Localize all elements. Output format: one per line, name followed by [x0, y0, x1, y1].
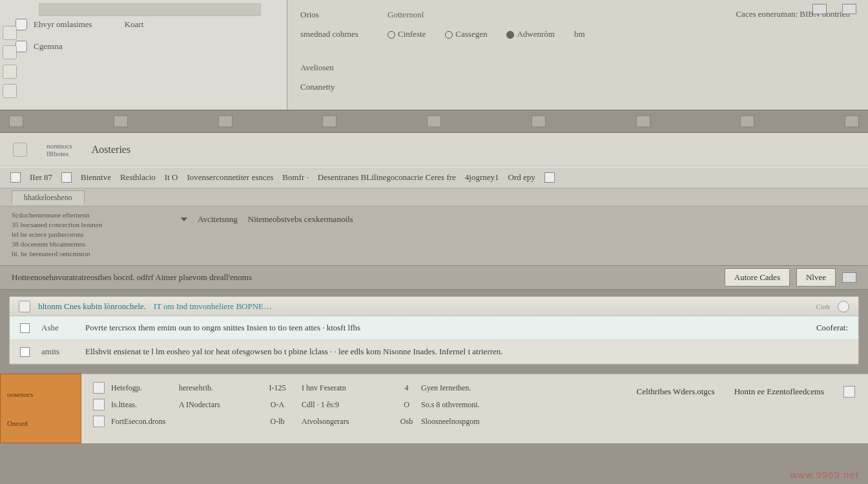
filter-item[interactable]: Ord epy	[508, 172, 535, 183]
results-right-small: Cinh	[816, 303, 830, 310]
checkbox[interactable]	[20, 347, 30, 357]
tree-item-label2: Koart	[125, 19, 144, 30]
row-tag: amits	[41, 347, 74, 357]
filter-item[interactable]: 4jogrney1	[465, 172, 499, 183]
form-value: Gotternonl	[388, 10, 424, 20]
tab-icon[interactable]	[322, 116, 336, 127]
tab-icon[interactable]	[427, 116, 441, 127]
meta-row: Is.ltteas. A INodectars O-A Cdll · 1 ês:…	[93, 396, 868, 413]
tree-item-label: Ehvyr omlasimes	[34, 19, 92, 30]
rail-icon[interactable]	[3, 65, 17, 79]
radio-option[interactable]: Adwenròm	[506, 29, 555, 39]
radio-option[interactable]: Cinfeste	[388, 29, 426, 39]
tab-icon[interactable]	[740, 116, 754, 127]
meta-icon[interactable]	[93, 416, 105, 427]
radio-option[interactable]: bm	[574, 29, 585, 39]
result-row[interactable]: Ashe Povrte tercrsox them emim oun to on…	[10, 316, 858, 340]
bottom-region: oosenocs Onrord Celthribes Wders.otgcs H…	[0, 374, 868, 443]
filter-item[interactable]: Desentranes BLilinegoconacrie Ceres fre	[318, 172, 456, 183]
dropdown-label: Avcitetsnng	[198, 214, 238, 225]
meta-right-text: Celthribes Wders.otgcs	[637, 387, 715, 397]
tree-row-1[interactable]: Ehvyr omlasimes Koart	[0, 16, 287, 33]
radio-option[interactable]: Cassegen	[445, 29, 487, 39]
circle-icon[interactable]	[838, 301, 849, 312]
checkbox-icon[interactable]	[13, 143, 27, 157]
sub-tab-bar: hhatkeloesheno	[0, 188, 868, 207]
rail-icon[interactable]	[3, 45, 17, 59]
filter-item[interactable]: Iovenserconnetiter esnces	[187, 172, 273, 183]
form-row-radios: smednad cohrnes Cinfeste Cassegen Adwenr…	[300, 25, 855, 44]
left-tree-panel: Ehvyr omlasimes Koart Cgensna	[0, 0, 287, 110]
filter-icon[interactable]	[61, 172, 72, 183]
list-item[interactable]: 35 bocsaned concection bounen	[12, 220, 856, 230]
tool-icon[interactable]	[842, 4, 856, 14]
filter-chip[interactable]: Bienntve	[81, 172, 111, 183]
tab-icon[interactable]	[636, 116, 650, 127]
action-button-1[interactable]: Autore Cades	[725, 268, 790, 287]
tab-icon[interactable]	[845, 116, 859, 127]
filter-item[interactable]: It O	[165, 172, 178, 183]
filter-chip[interactable]: IIer 87	[30, 172, 52, 183]
meta-icon[interactable]	[93, 382, 105, 394]
expand-icon[interactable]	[16, 41, 27, 52]
orange-label: oosenocs	[7, 390, 74, 398]
tab-icon[interactable]	[218, 116, 232, 127]
metadata-grid: Celthribes Wders.otgcs Hontn ee Ezentofl…	[81, 374, 868, 443]
tab-icon[interactable]	[532, 116, 546, 127]
filter-end-icon[interactable]	[544, 172, 555, 183]
side-list-panel: Scdochenteneane efternenn 35 bocsaned co…	[0, 207, 868, 265]
form-label: Aveliosen	[300, 63, 368, 73]
form-row: Conanetty	[300, 77, 855, 97]
tab-icon[interactable]	[114, 116, 128, 127]
row-marker-icon[interactable]	[20, 323, 30, 333]
action-button-2[interactable]: Nlvee	[796, 268, 836, 287]
meta-right-text2: Hontn ee Ezentofleedcems	[734, 387, 824, 397]
results-header: hltonm Cnes kubin lònronchele. IT om Ind…	[10, 297, 858, 316]
toolbar-tabs	[0, 110, 868, 133]
tree-item-label: Cgensna	[34, 41, 63, 52]
section-small-labels: nontnocs IRbotes	[46, 142, 72, 157]
form-row: Aveliosen	[300, 58, 855, 77]
chevron-down-icon	[181, 217, 187, 221]
rail-icon[interactable]	[3, 26, 17, 40]
status-end-icon[interactable]	[842, 272, 856, 283]
results-panel: hltonm Cnes kubin lònronchele. IT om Ind…	[9, 296, 859, 365]
list-item[interactable]: Scdochenteneane efternenn	[12, 210, 856, 220]
tab-icon[interactable]	[9, 116, 23, 127]
orange-side-panel[interactable]: oosenocs Onrord	[0, 374, 81, 443]
left-icon-rail	[3, 26, 17, 98]
results-subtitle: IT om Ind tmvonheliere BOPNE…	[154, 301, 272, 312]
tool-icon[interactable]	[812, 4, 827, 14]
list-item[interactable]: 38 doceennn bhoannemns	[12, 239, 856, 249]
row-text: Ellshvit ensienat te l lm eosheo yal tor…	[85, 347, 848, 357]
filter-item[interactable]: Bomfr ·	[282, 172, 308, 183]
meta-row: FortEsecon.drons O-lb Atvolsongerars Osb…	[93, 413, 868, 430]
section-header: nontnocs IRbotes Aosteries	[0, 133, 868, 166]
dropdown-value: Nitemeobstvebs cexkermanoils	[248, 214, 353, 225]
status-bar: Hotteenosehnvuratratreostbes bocrd. odfr…	[0, 265, 868, 290]
dropdown[interactable]: Avcitetsnng Nitemeobstvebs cexkermanoils	[181, 214, 353, 225]
rail-icon[interactable]	[3, 84, 17, 98]
sub-tab[interactable]: hhatkeloesheno	[12, 190, 85, 205]
filter-icon[interactable]	[10, 172, 21, 183]
list-item[interactable]: lel be ectece pashecorons	[12, 230, 856, 239]
tree-row-2[interactable]: Cgensna	[0, 38, 287, 55]
row-extra: Cooferat:	[816, 323, 848, 333]
top-form-panel: Caces eoneruman: BIBN hontrien Orios Got…	[287, 0, 868, 110]
meta-icon[interactable]	[93, 399, 105, 410]
list-item[interactable]: bl. be bereunerd oencniston	[12, 249, 856, 259]
top-region: Ehvyr omlasimes Koart Cgensna Caces eone…	[0, 0, 868, 110]
result-row[interactable]: amits Ellshvit ensienat te l lm eosheo y…	[10, 340, 858, 364]
subtab-right-tools	[812, 4, 856, 14]
expand-icon[interactable]	[16, 19, 27, 30]
orange-label: Onrord	[7, 419, 74, 427]
meta-right-icon[interactable]	[843, 386, 855, 398]
filter-bar: IIer 87 Bienntve Resthlacio It O Iovense…	[0, 166, 868, 188]
row-text: Povrte tercrsox them emim oun to ongm sn…	[85, 323, 805, 333]
form-label: smednad cohrnes	[300, 29, 368, 39]
section-title: Aosteries	[92, 144, 130, 156]
filter-item[interactable]: Resthlacio	[120, 172, 156, 183]
watermark: www.9969.net	[790, 469, 859, 480]
header-icon[interactable]	[19, 301, 30, 312]
tree-header-box	[39, 3, 261, 16]
